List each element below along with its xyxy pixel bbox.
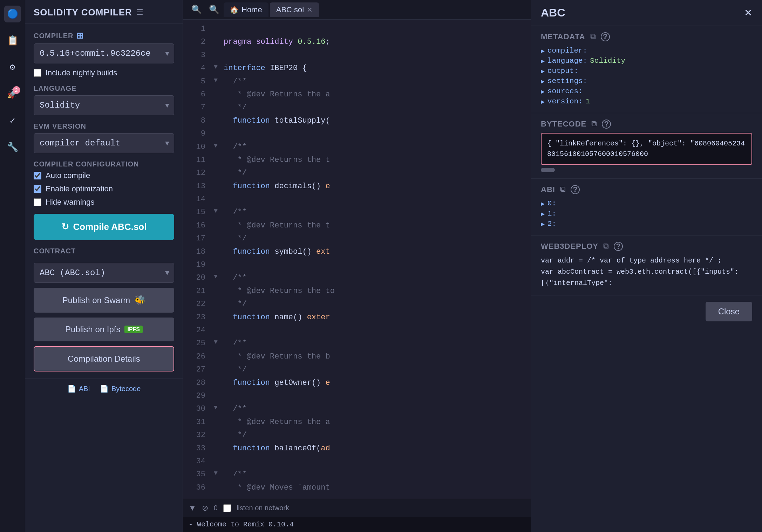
abi-link[interactable]: 📄 ABI <box>67 384 90 393</box>
bytecode-copy-icon[interactable]: ⧉ <box>591 120 597 129</box>
sidebar-item-files[interactable]: 📋 <box>4 32 21 49</box>
metadata-language-item[interactable]: ▶ language: Solidity <box>541 56 752 66</box>
code-icon: 📄 <box>100 384 109 393</box>
sidebar-item-plugin[interactable]: 🔧 <box>4 139 21 156</box>
home-tab-icon: 🏠 <box>230 6 239 14</box>
sidebar-item-test[interactable]: ✓ <box>4 112 21 129</box>
compiler-sidebar: SOLIDITY COMPILER ☰ COMPILER ⊞ 0.5.16+co… <box>25 0 183 532</box>
metadata-compiler-key: compiler: <box>547 47 587 55</box>
config-label: COMPILER CONFIGURATION <box>34 160 174 168</box>
bytecode-header: BYTECODE ⧉ ? <box>541 120 752 129</box>
editor-status-bar: ▼ ⊘ 0 listen on network <box>183 499 531 517</box>
code-line-23: 23 function name() exter <box>183 311 531 324</box>
code-line-19: 19 <box>183 258 531 271</box>
abi-label: ABI <box>541 185 555 194</box>
code-line-6: 6 * @dev Returns the a <box>183 88 531 101</box>
compiler-add-btn[interactable]: ⊞ <box>76 31 84 41</box>
code-line-10: 10▼ /** <box>183 141 531 154</box>
tree-arrow-sources: ▶ <box>541 88 545 95</box>
code-line-28: 28 function getOwner() e <box>183 376 531 389</box>
contract-wrapper: ABC (ABC.sol) ▼ <box>34 263 174 283</box>
code-line-30: 30▼ /** <box>183 402 531 415</box>
code-line-21: 21 * @dev Returns the to <box>183 285 531 298</box>
code-line-35: 35▼ /** <box>183 468 531 481</box>
remix-logo-icon: 🔵 <box>7 8 18 20</box>
code-line-31: 31 * @dev Returns the a <box>183 416 531 429</box>
enable-optimization-checkbox[interactable] <box>34 185 41 193</box>
hide-warnings-checkbox[interactable] <box>34 198 41 206</box>
compiler-version-select[interactable]: 0.5.16+commit.9c3226ce <box>34 43 174 63</box>
code-line-2: 2pragma solidity 0.5.16; <box>183 35 531 48</box>
abi-arrow-1: ▶ <box>541 210 545 218</box>
event-count: 0 <box>214 504 218 512</box>
sidebar-item-logo[interactable]: 🔵 <box>4 6 21 22</box>
sidebar-header: SOLIDITY COMPILER ☰ <box>25 0 183 24</box>
compilation-details-button[interactable]: Compilation Details <box>34 346 174 371</box>
metadata-language-key: language: <box>547 57 587 65</box>
language-select[interactable]: Solidity <box>34 95 174 115</box>
code-line-20: 20▼ /** <box>183 271 531 284</box>
code-line-34: 34 <box>183 455 531 468</box>
auto-compile-checkbox[interactable] <box>34 172 41 179</box>
tab-close-icon[interactable]: ✕ <box>307 6 313 14</box>
right-panel-footer: Close <box>531 295 762 328</box>
code-line-7: 7 */ <box>183 101 531 114</box>
auto-compile-row[interactable]: Auto compile <box>34 171 174 180</box>
abi-help-icon[interactable]: ? <box>571 185 580 194</box>
metadata-help-icon[interactable]: ? <box>601 32 610 41</box>
code-line-9: 9 <box>183 127 531 140</box>
sidebar-item-deploy[interactable]: 🚀 2 <box>4 86 21 102</box>
metadata-version-key: version: <box>547 97 583 105</box>
abi-item-1[interactable]: ▶ 1: <box>541 209 752 219</box>
web3deploy-copy-icon[interactable]: ⧉ <box>603 242 609 251</box>
sidebar-menu-icon[interactable]: ☰ <box>136 8 143 17</box>
include-nightly-checkbox[interactable] <box>34 69 41 77</box>
compile-icon: ⚙ <box>10 62 15 73</box>
code-line-26: 26 * @dev Returns the b <box>183 350 531 363</box>
code-line-13: 13 function decimals() e <box>183 180 531 193</box>
metadata-sources-item[interactable]: ▶ sources: <box>541 86 752 96</box>
publish-swarm-button[interactable]: Publish on Swarm 🐝 <box>34 288 174 313</box>
code-editor[interactable]: 1 2pragma solidity 0.5.16; 3 4▼interface… <box>183 20 531 499</box>
evm-select[interactable]: compiler default <box>34 133 174 153</box>
enable-optimization-row[interactable]: Enable optimization <box>34 184 174 193</box>
collapse-icon[interactable]: ▼ <box>189 504 196 513</box>
tab-abc-sol[interactable]: ABC.sol ✕ <box>270 2 319 17</box>
tree-arrow-output: ▶ <box>541 67 545 75</box>
bytecode-help-icon[interactable]: ? <box>602 120 611 129</box>
publish-ipfs-button[interactable]: Publish on Ipfs IPFS <box>34 318 174 341</box>
abi-arrow-2: ▶ <box>541 220 545 228</box>
right-panel-close-btn[interactable]: ✕ <box>744 7 752 19</box>
close-footer-button[interactable]: Close <box>706 302 752 321</box>
metadata-output-item[interactable]: ▶ output: <box>541 66 752 76</box>
stop-icon[interactable]: ⊘ <box>202 504 208 513</box>
hide-warnings-row[interactable]: Hide warnings <box>34 198 174 207</box>
bytecode-scrollbar[interactable] <box>541 168 555 172</box>
zoom-out-button[interactable]: 🔍 <box>189 3 205 16</box>
bytecode-value: { "linkReferences": {}, "object": "60806… <box>541 133 752 165</box>
abi-tree: ▶ 0: ▶ 1: ▶ 2: <box>541 198 752 229</box>
contract-select[interactable]: ABC (ABC.sol) <box>34 263 174 283</box>
metadata-version-item[interactable]: ▶ version: 1 <box>541 96 752 107</box>
metadata-settings-item[interactable]: ▶ settings: <box>541 76 752 86</box>
abi-item-2[interactable]: ▶ 2: <box>541 219 752 229</box>
right-panel: ABC ✕ METADATA ⧉ ? ▶ compiler: ▶ languag… <box>531 0 762 532</box>
abi-item-0[interactable]: ▶ 0: <box>541 198 752 209</box>
web3deploy-content: var addr = /* var of type address here *… <box>541 255 752 289</box>
language-section: LANGUAGE Solidity ▼ <box>34 84 174 115</box>
bytecode-section: BYTECODE ⧉ ? { "linkReferences": {}, "ob… <box>531 113 762 179</box>
code-line-4: 4▼interface IBEP20 { <box>183 62 531 75</box>
web3deploy-help-icon[interactable]: ? <box>614 242 623 251</box>
tab-home[interactable]: 🏠 Home <box>224 2 268 17</box>
tree-arrow-compiler: ▶ <box>541 47 545 55</box>
include-nightly-row[interactable]: Include nightly builds <box>34 68 174 77</box>
listen-network-checkbox[interactable] <box>223 504 231 512</box>
compile-button[interactable]: ↻ Compile ABC.sol <box>34 214 174 240</box>
code-line-32: 32 */ <box>183 429 531 442</box>
abi-copy-icon[interactable]: ⧉ <box>560 185 566 194</box>
sidebar-item-compile[interactable]: ⚙ <box>4 59 21 76</box>
metadata-compiler-item[interactable]: ▶ compiler: <box>541 46 752 56</box>
zoom-in-button[interactable]: 🔍 <box>206 3 222 16</box>
metadata-copy-icon[interactable]: ⧉ <box>590 32 596 41</box>
bytecode-link[interactable]: 📄 Bytecode <box>100 384 141 393</box>
